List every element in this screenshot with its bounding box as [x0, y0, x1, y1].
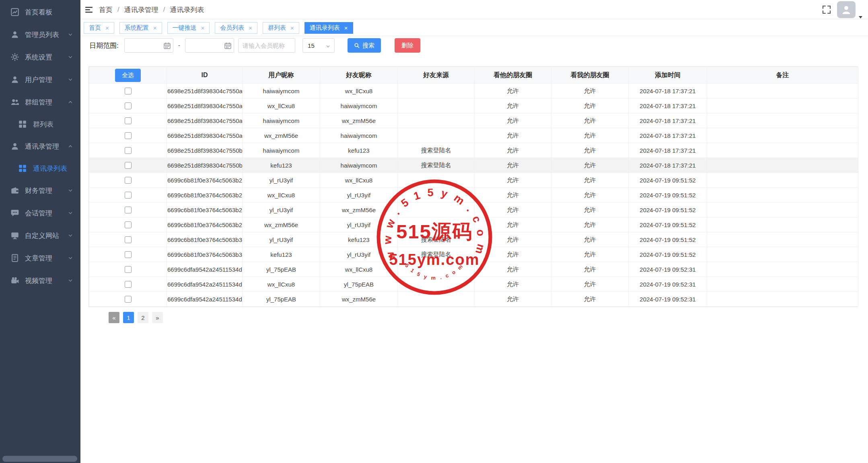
chevron-down-icon — [68, 32, 73, 37]
sidebar-item-contacts-management[interactable]: 通讯录管理 — [0, 135, 80, 158]
table-cell: 2024-07-19 09:52:31 — [629, 277, 707, 292]
row-checkbox[interactable] — [125, 251, 132, 258]
table-cell — [707, 188, 858, 203]
table-cell — [707, 143, 858, 158]
tab-close-icon[interactable]: × — [201, 25, 205, 31]
date-from-input[interactable] — [124, 38, 173, 53]
table-row: 6699c6b81f0e3764c5063b35yl_rU3yifkefu123… — [89, 232, 858, 247]
table-cell: 2024-07-19 09:52:31 — [629, 262, 707, 277]
breadcrumb-item[interactable]: 通讯录管理 — [124, 5, 158, 14]
row-checkbox[interactable] — [125, 132, 132, 139]
row-checkbox[interactable] — [125, 266, 132, 273]
chevron-down-icon — [68, 54, 73, 60]
row-checkbox[interactable] — [125, 296, 132, 303]
tab-label: 群列表 — [268, 24, 286, 32]
sidebar-item-group-list[interactable]: 群列表 — [0, 113, 80, 135]
avatar-dropdown-caret-icon[interactable] — [859, 13, 862, 15]
table-cell: haiwaiymcom — [320, 158, 398, 173]
row-checkbox[interactable] — [125, 88, 132, 94]
breadcrumb-item[interactable]: 通讯录列表 — [170, 5, 204, 14]
table-cell: 6699c6dfa9542a24511534de — [167, 292, 243, 307]
article-icon — [11, 254, 19, 262]
sidebar-item-user-management[interactable]: 用户管理 — [0, 68, 80, 91]
row-checkbox[interactable] — [125, 117, 132, 124]
table-cell: wx_zmM56e — [320, 203, 398, 217]
delete-button[interactable]: 删除 — [395, 38, 420, 53]
table-cell: yl_rU3yif — [243, 173, 320, 188]
row-checkbox[interactable] — [125, 147, 132, 154]
row-checkbox[interactable] — [125, 192, 132, 199]
table-cell: 允许 — [551, 98, 629, 113]
table-cell — [398, 292, 475, 307]
breadcrumb-separator: / — [117, 6, 119, 14]
table-cell: 允许 — [475, 232, 551, 247]
top-actions — [822, 0, 862, 19]
sidebar-item-home-dashboard[interactable]: 首页看板 — [0, 1, 80, 23]
date-to-input[interactable] — [185, 38, 234, 53]
avatar[interactable] — [837, 1, 856, 18]
nickname-search-input[interactable] — [238, 38, 295, 53]
tab-close-icon[interactable]: × — [290, 25, 294, 31]
tab-系统配置[interactable]: 系统配置 × — [119, 22, 162, 34]
pagination-page-2[interactable]: 2 — [138, 312, 148, 323]
tab-会员列表[interactable]: 会员列表 × — [215, 22, 257, 34]
tab-close-icon[interactable]: × — [344, 25, 348, 31]
sidebar-item-system-settings[interactable]: 系统设置 — [0, 46, 80, 68]
calendar-icon[interactable] — [224, 42, 231, 49]
table-cell: 允许 — [475, 158, 551, 173]
chevron-down-icon — [68, 278, 73, 283]
row-checkbox[interactable] — [125, 221, 132, 228]
table-cell: wx_llCxu8 — [243, 98, 320, 113]
table-row: 6699c6b81f0e3764c5063b36kefu123yl_rU3yif… — [89, 247, 858, 262]
tab-通讯录列表[interactable]: 通讯录列表 × — [304, 22, 353, 34]
sidebar-item-video-management[interactable]: 视频管理 — [0, 269, 80, 292]
sidebar-item-contacts-list[interactable]: 通讯录列表 — [0, 158, 80, 179]
fullscreen-icon[interactable] — [822, 5, 831, 14]
table-cell: 允许 — [475, 188, 551, 203]
search-button[interactable]: 搜索 — [348, 38, 381, 53]
table-cell: haiwaiymcom — [243, 84, 320, 98]
sidebar-item-custom-website[interactable]: 自定义网站 — [0, 224, 80, 247]
pagination-next[interactable]: » — [152, 312, 163, 323]
sidebar-item-admin-list[interactable]: 管理员列表 — [0, 23, 80, 46]
select-all-button[interactable]: 全选 — [115, 69, 141, 82]
breadcrumb-item[interactable]: 首页 — [99, 5, 113, 14]
tab-label: 首页 — [89, 24, 101, 32]
table-cell: 允许 — [551, 277, 629, 292]
sidebar-item-finance-management[interactable]: 财务管理 — [0, 179, 80, 202]
sidebar-item-group-management[interactable]: 群组管理 — [0, 91, 80, 113]
menu-toggle-icon[interactable] — [84, 5, 93, 14]
tab-首页[interactable]: 首页 × — [84, 22, 114, 34]
row-checkbox[interactable] — [125, 281, 132, 288]
table-cell: 允许 — [551, 262, 629, 277]
table-cell: wx_zmM56e — [320, 292, 398, 307]
table-cell: 6699c6b81f0e3764c5063b36 — [167, 247, 243, 262]
table-cell — [707, 262, 858, 277]
tab-群列表[interactable]: 群列表 × — [263, 22, 299, 34]
sidebar-item-session-management[interactable]: 会话管理 — [0, 202, 80, 224]
sidebar-horizontal-scrollbar[interactable] — [2, 456, 77, 462]
table-cell: haiwaiymcom — [243, 143, 320, 158]
chevron-down-icon — [68, 77, 73, 82]
tab-close-icon[interactable]: × — [153, 25, 157, 31]
sidebar-item-article-management[interactable]: 文章管理 — [0, 247, 80, 269]
tab-一键推送[interactable]: 一键推送 × — [167, 22, 210, 34]
table-cell — [707, 247, 858, 262]
row-checkbox[interactable] — [125, 207, 132, 213]
row-checkbox[interactable] — [125, 236, 132, 243]
page-size-select[interactable]: 15 — [302, 38, 335, 53]
sidebar-item-label: 财务管理 — [25, 186, 52, 195]
calendar-icon[interactable] — [164, 42, 171, 49]
tab-close-icon[interactable]: × — [249, 25, 252, 31]
pagination-prev[interactable]: « — [109, 312, 119, 323]
table-cell: haiwaiymcom — [243, 113, 320, 128]
table-cell: 2024-07-18 17:37:21 — [629, 113, 707, 128]
pagination-page-1[interactable]: 1 — [123, 312, 134, 323]
row-checkbox[interactable] — [125, 177, 132, 184]
table-row: 6699c6dfa9542a24511534deyl_75pEABwx_zmM5… — [89, 292, 858, 307]
row-checkbox[interactable] — [125, 102, 132, 109]
row-checkbox[interactable] — [125, 162, 132, 169]
table-cell: 允许 — [475, 247, 551, 262]
table-cell: 允许 — [551, 203, 629, 217]
tab-close-icon[interactable]: × — [105, 25, 109, 31]
